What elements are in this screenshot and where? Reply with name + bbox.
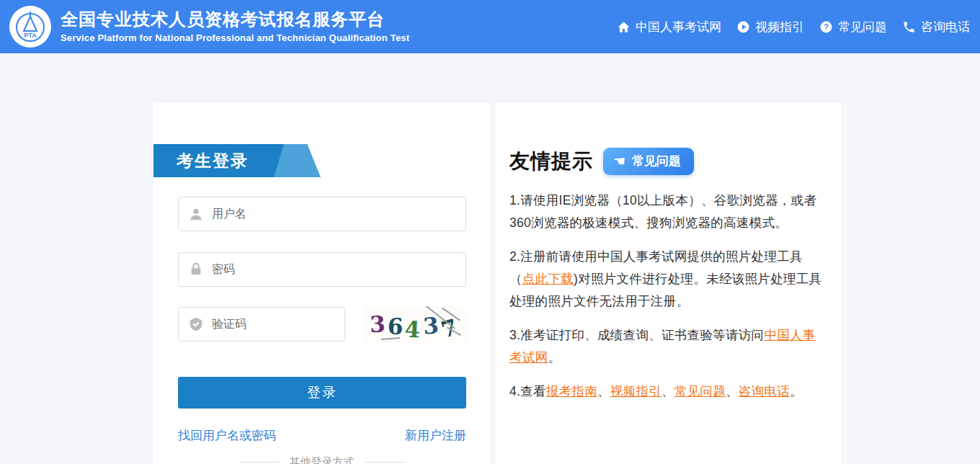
nav-label: 中国人事考试网: [636, 19, 721, 35]
tip-text: 。: [548, 350, 561, 365]
tip-link[interactable]: 常见问题: [674, 384, 726, 398]
register-link[interactable]: 新用户注册: [405, 427, 466, 444]
login-panel: 考生登录 36437 登录 找回用户名或密码 新用户注册: [153, 103, 490, 464]
app-header: PTA 全国专业技术人员资格考试报名服务平台 Service Platform …: [0, 0, 980, 53]
nav-phone[interactable]: 咨询电话: [902, 19, 970, 35]
pta-logo: PTA: [9, 6, 51, 48]
nav-label: 常见问题: [838, 19, 887, 35]
password-field-wrap: [178, 252, 466, 287]
captcha-digit: 3: [369, 309, 386, 340]
svg-text:?: ?: [824, 22, 829, 31]
divider-line: [365, 462, 405, 463]
tip-item: 3.准考证打印、成绩查询、证书查验等请访问中国人事考试网。: [509, 324, 828, 369]
faq-badge-label: 常见问题: [632, 153, 681, 169]
pta-logo-emblem: PTA: [13, 9, 48, 44]
site-titles: 全国专业技术人员资格考试报名服务平台 Service Platform for …: [61, 9, 409, 43]
other-login-methods: 其他登录方式: [153, 455, 490, 464]
svg-text:PTA: PTA: [24, 32, 37, 39]
tip-link[interactable]: 点此下载: [522, 272, 574, 286]
nav-video-guide[interactable]: 视频指引: [736, 19, 804, 35]
captcha-digit: 4: [404, 313, 422, 342]
question-circle-icon: ?: [819, 20, 833, 34]
shield-check-icon: [188, 316, 204, 332]
site-title: 全国专业技术人员资格考试报名服务平台: [61, 9, 409, 30]
site-subtitle: Service Platform for National Profession…: [61, 32, 409, 43]
header-nav: 中国人事考试网 视频指引 ? 常见问题 咨询电话: [617, 0, 970, 53]
login-links-row: 找回用户名或密码 新用户注册: [178, 427, 466, 444]
login-panel-title: 考生登录: [177, 144, 249, 177]
user-icon: [188, 206, 204, 222]
tips-list: 1.请使用IE浏览器（10以上版本）、谷歌浏览器，或者360浏览器的极速模式、搜…: [509, 189, 828, 414]
nav-label: 视频指引: [755, 19, 804, 35]
tip-text: 4.查看: [509, 384, 546, 398]
tip-text: 1.请使用IE浏览器（10以上版本）、谷歌浏览器，或者360浏览器的极速模式、搜…: [509, 193, 816, 230]
phone-icon: [902, 20, 916, 34]
nav-china-personnel-exam-site[interactable]: 中国人事考试网: [617, 19, 721, 35]
faq-badge-button[interactable]: ☚ 常见问题: [603, 148, 694, 175]
tip-link[interactable]: 报考指南: [546, 384, 597, 398]
tip-item: 4.查看报考指南、视频指引、常见问题、咨询电话。: [509, 380, 828, 403]
lock-icon: [188, 262, 204, 277]
nav-label: 咨询电话: [921, 19, 970, 35]
username-input[interactable]: [178, 197, 466, 231]
pointing-hand-icon: ☚: [613, 154, 625, 168]
tips-title: 友情提示: [509, 148, 593, 175]
captcha-image[interactable]: 36437: [365, 306, 466, 342]
login-panel-banner: 考生登录: [153, 144, 321, 177]
username-field-wrap: [178, 197, 466, 231]
play-circle-icon: [736, 20, 750, 34]
tip-link[interactable]: 咨询电话: [739, 384, 790, 398]
tip-text: 。: [790, 384, 803, 398]
tip-text: 、: [726, 384, 739, 398]
tip-text: 3.准考证打印、成绩查询、证书查验等请访问: [509, 328, 764, 342]
home-icon: [617, 20, 631, 34]
tip-item: 2.注册前请使用中国人事考试网提供的照片处理工具 （点此下载)对照片文件进行处理…: [509, 246, 828, 313]
tip-item: 1.请使用IE浏览器（10以上版本）、谷歌浏览器，或者360浏览器的极速模式、搜…: [509, 189, 828, 234]
other-login-label: 其他登录方式: [290, 455, 355, 464]
password-input[interactable]: [178, 252, 466, 287]
tip-text: 、: [597, 384, 610, 398]
divider-line: [239, 462, 280, 463]
tips-header: 友情提示 ☚ 常见问题: [509, 148, 694, 175]
captcha-field-wrap: [178, 307, 345, 342]
captcha-digits: 36437: [370, 309, 456, 339]
nav-faq[interactable]: ? 常见问题: [819, 19, 887, 35]
tip-link[interactable]: 视频指引: [610, 384, 662, 398]
forgot-credentials-link[interactable]: 找回用户名或密码: [178, 427, 276, 444]
login-button[interactable]: 登录: [178, 377, 466, 409]
tip-text: 、: [662, 384, 674, 398]
tips-panel: 友情提示 ☚ 常见问题 1.请使用IE浏览器（10以上版本）、谷歌浏览器，或者3…: [495, 103, 842, 464]
